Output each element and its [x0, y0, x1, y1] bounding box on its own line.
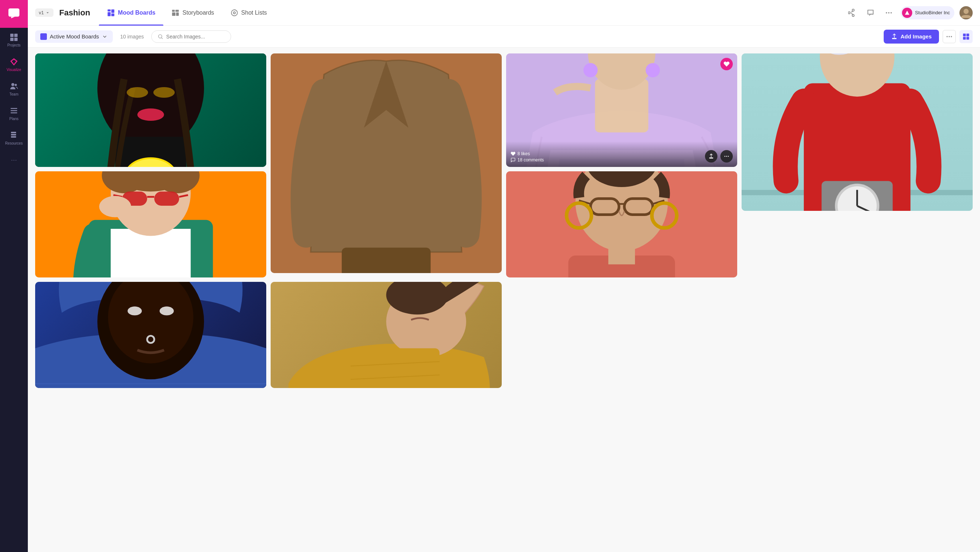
svg-rect-16 [111, 9, 114, 13]
svg-point-34 [951, 36, 952, 37]
svg-rect-12 [11, 132, 16, 133]
sidebar-more[interactable]: ··· [11, 151, 17, 169]
svg-rect-18 [111, 13, 114, 16]
more-options-icon[interactable] [882, 6, 896, 19]
comment-icon [511, 157, 515, 163]
top-navigation: v1 Fashion Mood Boards [28, 0, 980, 25]
svg-rect-9 [11, 108, 17, 109]
svg-point-60 [728, 156, 729, 157]
svg-rect-0 [8, 8, 19, 17]
list-item[interactable] [35, 54, 266, 167]
svg-rect-10 [11, 110, 17, 111]
svg-point-25 [886, 12, 887, 14]
image-figure [506, 171, 737, 278]
list-item[interactable] [270, 54, 502, 273]
toolbar: Active Mood Boards 10 images Add Images [28, 25, 980, 48]
masonry-grid: 8 likes 18 comments [35, 54, 973, 388]
bars-icon [10, 106, 18, 115]
svg-point-33 [948, 36, 950, 37]
svg-rect-38 [966, 36, 969, 40]
user-name: StudioBinder Inc [915, 10, 950, 15]
version-selector[interactable]: v1 [35, 8, 54, 17]
tab-shot-lists[interactable]: Shot Lists [222, 0, 275, 25]
svg-point-59 [726, 156, 727, 157]
nav-tabs: Mood Boards Storyboards Shot Lists [99, 0, 846, 25]
svg-point-30 [158, 35, 162, 38]
diamond-icon [10, 57, 18, 66]
more-action-button[interactable] [720, 150, 733, 163]
svg-rect-82 [111, 229, 191, 278]
sidebar-item-plans[interactable]: Plans [0, 102, 28, 126]
svg-point-7 [11, 83, 14, 86]
svg-point-92 [99, 196, 131, 217]
app-logo[interactable] [0, 0, 28, 28]
mood-board-selector[interactable]: Active Mood Boards [35, 30, 113, 43]
image-overlay: 8 likes 18 comments [506, 141, 737, 167]
svg-point-26 [888, 12, 889, 14]
more-dots-icon [946, 33, 953, 40]
image-count: 10 images [120, 34, 144, 40]
project-name: Fashion [59, 8, 90, 17]
svg-rect-35 [963, 33, 966, 36]
svg-point-109 [160, 306, 174, 315]
list-item[interactable]: 8 likes 18 comments [506, 54, 737, 167]
svg-point-43 [153, 87, 175, 98]
sidebar-item-projects[interactable]: Projects [0, 28, 28, 52]
likes-stat: 8 likes [511, 151, 544, 156]
book-icon [10, 131, 18, 140]
toolbar-more-button[interactable] [943, 30, 956, 43]
svg-rect-1 [10, 34, 14, 37]
add-images-button[interactable]: Add Images [884, 30, 939, 44]
list-item[interactable] [270, 282, 502, 388]
svg-rect-20 [175, 10, 179, 12]
search-icon [158, 34, 163, 40]
sidebar-item-visualize[interactable]: Visualize [0, 52, 28, 77]
list-item[interactable] [741, 54, 973, 211]
search-box[interactable] [151, 30, 231, 43]
svg-point-32 [947, 36, 948, 37]
sidebar: Projects Visualize Team Plans Re [0, 0, 28, 552]
list-item[interactable] [35, 282, 266, 388]
svg-point-44 [137, 108, 164, 121]
image-stats: 8 likes 18 comments [511, 151, 544, 163]
svg-point-27 [890, 12, 892, 14]
dots-icon [724, 153, 730, 159]
svg-rect-57 [710, 157, 713, 159]
svg-rect-3 [10, 38, 14, 41]
svg-rect-88 [154, 192, 179, 206]
svg-rect-36 [966, 33, 969, 36]
svg-point-55 [583, 63, 598, 77]
search-input[interactable] [166, 34, 225, 40]
tab-storyboards[interactable]: Storyboards [163, 0, 222, 25]
list-item[interactable] [35, 171, 266, 278]
board-selector-label: Active Mood Boards [50, 33, 99, 40]
svg-rect-49 [342, 248, 431, 273]
share-icon[interactable] [846, 6, 859, 19]
view-grid-button[interactable] [959, 30, 973, 43]
svg-point-42 [127, 87, 148, 98]
image-figure [270, 282, 502, 388]
like-badge[interactable] [720, 58, 733, 70]
user-avatar[interactable] [959, 6, 973, 19]
list-item[interactable] [506, 171, 737, 278]
svg-rect-21 [172, 13, 175, 16]
dropdown-chevron-icon [102, 34, 108, 40]
tab-mood-boards[interactable]: Mood Boards [99, 0, 163, 25]
svg-rect-11 [11, 113, 17, 113]
image-actions [705, 150, 733, 163]
svg-rect-19 [172, 10, 175, 12]
toolbar-right: Add Images [884, 30, 973, 44]
sidebar-item-team[interactable]: Team [0, 77, 28, 102]
heart-small-icon [511, 151, 515, 156]
svg-point-58 [724, 156, 725, 157]
image-gallery: 8 likes 18 comments [28, 48, 980, 552]
sidebar-item-resources[interactable]: Resources [0, 126, 28, 151]
comments-stat: 18 comments [511, 157, 544, 163]
svg-point-8 [15, 84, 17, 86]
shot-lists-icon [230, 9, 239, 17]
comments-icon[interactable] [864, 6, 877, 19]
mood-boards-icon [107, 9, 115, 17]
share-action-button[interactable] [705, 150, 718, 163]
user-badge[interactable]: StudioBinder Inc [900, 6, 955, 19]
svg-rect-117 [350, 348, 439, 388]
